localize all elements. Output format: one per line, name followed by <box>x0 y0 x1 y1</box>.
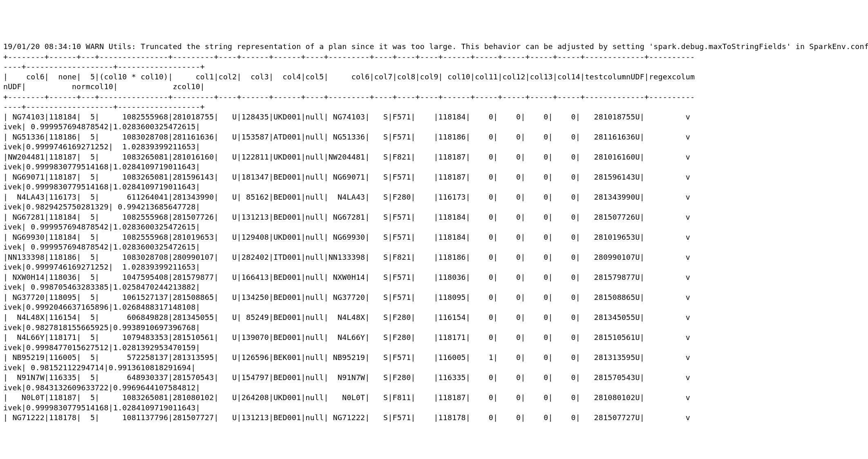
table-row: ivek|0.9999746169271252| 1.0283939921165… <box>3 142 200 151</box>
table-row: ivek|0.9999830779514168|1.02841097190116… <box>3 403 200 412</box>
table-row: | NG51336|118186| 5| 1083028708|28116163… <box>3 133 690 141</box>
table-row: ivek| 0.998705463283385|1.02584702442138… <box>3 283 200 291</box>
table-row: |NW204481|118187| 5| 1083265081|28101616… <box>3 153 690 161</box>
table-separator-mid-cont: ----+-------------------+---------------… <box>3 102 205 111</box>
table-row: | NG67281|118184| 5| 1082555968|28150772… <box>3 213 690 221</box>
table-row: | N4L66Y|118171| 5| 1079483353|281510561… <box>3 333 690 342</box>
table-row: | NG37720|118095| 5| 1061527137|28150886… <box>3 293 690 302</box>
table-row: | NG69071|118187| 5| 1083265081|28159614… <box>3 173 690 181</box>
table-row: | N4LA43|116173| 5| 611264041|281343990|… <box>3 193 690 201</box>
table-row: ivek| 0.999957694878542|1.02836003254726… <box>3 122 200 131</box>
table-row: | NB95219|116005| 5| 572258137|281313595… <box>3 353 690 362</box>
table-row: ivek|0.9999830779514168|1.02841097190116… <box>3 162 200 171</box>
table-row: | N4L48X|116154| 5| 606849828|281345055|… <box>3 313 690 322</box>
table-row: ivek|0.9999830779514168|1.02841097190116… <box>3 182 200 191</box>
table-row: | NXW0H14|118036| 5| 1047595408|28157987… <box>3 273 690 281</box>
table-row: ivek| 0.999957694878542|1.02836003254726… <box>3 243 200 251</box>
table-row: ivek|0.9827818155665925|0.99389106973967… <box>3 323 200 332</box>
table-row: | N0L0T|118187| 5| 1083265081|281080102|… <box>3 393 690 402</box>
table-separator-top: +--------+------+---+---------------+---… <box>3 52 695 61</box>
log-warning-line: 19/01/20 08:34:10 WARN Utils: Truncated … <box>3 42 868 51</box>
table-row: ivek|0.9999746169271252| 1.0283939921165… <box>3 263 200 271</box>
terminal-output: 19/01/20 08:34:10 WARN Utils: Truncated … <box>3 42 865 423</box>
table-row: | NG71222|118178| 5| 1081137796|28150772… <box>3 413 690 422</box>
table-row: ivek|0.9998477015627512|1.02813929534701… <box>3 343 200 352</box>
table-row: ivek|0.9843132609633722|0.99696441075848… <box>3 383 200 392</box>
table-separator-cont: ----+-------------------+---------------… <box>3 62 205 71</box>
table-row: | NG69930|118184| 5| 1082555968|28101965… <box>3 233 690 241</box>
table-row: ivek| 0.98152112294714|0.991361081829169… <box>3 363 196 372</box>
table-row: ivek|0.9992046637165896|1.02684883171481… <box>3 303 200 311</box>
table-row: |NN133398|118186| 5| 1083028708|28099010… <box>3 253 690 261</box>
table-row: | N91N7W|116335| 5| 648930337|281570543|… <box>3 373 690 382</box>
table-row: ivek| 0.999957694878542|1.02836003254726… <box>3 223 200 231</box>
table-header-line1: | col6| none| 5|(col10 * col10)| col1|co… <box>3 72 695 81</box>
table-header-line2: nUDF| normcol10| zcol10| <box>3 82 205 91</box>
table-row: | NG74103|118184| 5| 1082555968|28101875… <box>3 112 690 121</box>
table-row: ivek|0.9829425750281329| 0.9942136856477… <box>3 202 200 211</box>
table-separator-mid: +--------+------+---+---------------+---… <box>3 92 695 101</box>
